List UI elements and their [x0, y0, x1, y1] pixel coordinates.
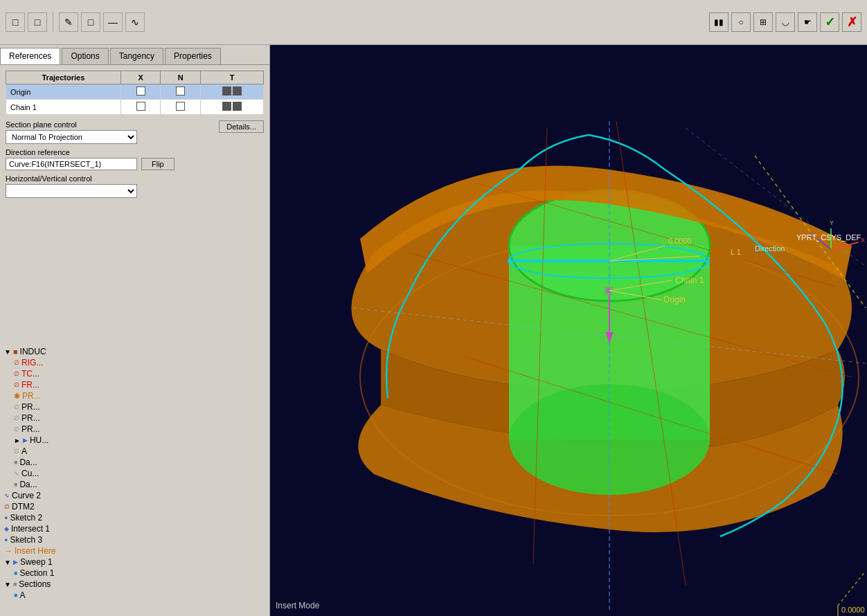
perspective-button[interactable]: ◡ [776, 12, 795, 32]
expand-arrow-hu: ► [14, 437, 21, 444]
tree-item-fr[interactable]: ∅ FR... [14, 379, 265, 390]
tree-item-sketch3[interactable]: ● Sketch 3 [4, 534, 265, 545]
tree-label-curve2: Curve 2 [12, 491, 41, 500]
sketch-tool-icon[interactable]: □ [28, 12, 47, 32]
tree-item-pr1[interactable]: ✱ PR... [14, 390, 265, 401]
tree-item-sections[interactable]: ▼ ■ Sections [4, 579, 265, 590]
main-area: References Options Tangency Properties T… [0, 45, 867, 616]
tree-item-pr3[interactable]: ∅ PR... [14, 413, 265, 424]
trim-tool-icon[interactable]: □ [81, 12, 100, 32]
tree-label-section1: Section 1 [19, 568, 54, 578]
ref-icon-fr: ∅ [14, 381, 19, 388]
tree-label-tc: TC... [21, 369, 39, 379]
tree-item-insert-here[interactable]: → Insert Here [4, 545, 265, 556]
tree-label-insert-here: Insert Here [15, 546, 55, 556]
curve-tool-icon[interactable]: ∿ [125, 12, 145, 32]
tree-item-tc[interactable]: ∅ TC... [14, 368, 265, 379]
ref-icon-pr3: ∅ [14, 415, 19, 422]
trajectories-table: Trajectories X N T Origin Chain 1 [6, 71, 264, 115]
tree-item-da1[interactable]: ■ Da... [14, 457, 265, 468]
line-tool-icon[interactable]: — [103, 12, 123, 32]
tree-item-rig[interactable]: ∅ RIG... [14, 357, 265, 368]
traj-n-chain1[interactable] [161, 100, 201, 115]
tree-label-cu: Cu... [21, 469, 39, 478]
tree-label-sweep1: Sweep 1 [20, 557, 53, 567]
tree-item-intersect1[interactable]: ◆ Intersect 1 [4, 523, 265, 534]
flip-button[interactable]: Flip [141, 158, 175, 170]
glasses-button[interactable]: ☛ [798, 12, 817, 32]
tree-item-hu[interactable]: ► ▶ HU... [14, 435, 265, 446]
tab-tangency[interactable]: Tangency [110, 48, 163, 64]
cancel-button[interactable]: ✗ [842, 12, 861, 32]
tree-item-pr2[interactable]: ∅ PR... [14, 401, 265, 413]
traj-name-origin: Origin [6, 84, 121, 100]
details-button[interactable]: Details... [219, 120, 264, 133]
ref-icon-pr2: ∅ [14, 404, 19, 410]
section1-icon: ■ [14, 570, 17, 577]
traj-t-chain1[interactable] [201, 100, 264, 115]
ref-icon-pr4: ∅ [14, 426, 19, 433]
ref-icon-a: ∅ [14, 448, 19, 455]
tab-references[interactable]: References [0, 48, 60, 64]
hv-control-select[interactable] [6, 184, 137, 198]
top-toolbar: □ □ ✎ □ — ∿ ▮▮ ○ ⊞ ◡ ☛ ✓ ✗ [0, 0, 867, 45]
traj-name-chain1: Chain 1 [6, 100, 121, 115]
traj-n-origin[interactable] [161, 84, 201, 100]
pause-button[interactable]: ▮▮ [709, 12, 729, 32]
tab-options[interactable]: Options [62, 48, 108, 64]
svg-text:YPRT_CSYS_DEF: YPRT_CSYS_DEF [796, 233, 861, 242]
tree-item-sweep1[interactable]: ▼ ▶ Sweep 1 [4, 556, 265, 568]
tree-label-sections: Sections [19, 579, 51, 589]
tree-item-pr4[interactable]: ∅ PR... [14, 424, 265, 435]
tree-label-sketch2: Sketch 2 [10, 513, 42, 523]
svg-text:0.0000: 0.0000 [841, 606, 865, 614]
circle-button[interactable]: ○ [731, 12, 751, 32]
tree-item-a2[interactable]: ■ A [14, 590, 265, 601]
tree-item-induc[interactable]: ▼ ■ INDUC [4, 346, 265, 357]
svg-text:X: X [861, 237, 865, 244]
tree-item-sketch2[interactable]: ● Sketch 2 [4, 512, 265, 523]
expand-arrow: ▼ [4, 348, 11, 356]
sweep1-icon: ▶ [13, 559, 18, 565]
col-n: N [161, 71, 201, 84]
traj-x-chain1[interactable] [120, 100, 161, 115]
a2-icon: ■ [14, 592, 17, 599]
tree-label-sketch3: Sketch 3 [10, 535, 42, 545]
section-plane-row: Normal To Projection Normal To Trajector… [6, 130, 219, 144]
tree-item-dtm2[interactable]: ∅ DTM2 [4, 501, 265, 512]
tree-item-da2[interactable]: ■ Da... [14, 479, 265, 490]
ok-button[interactable]: ✓ [820, 12, 839, 32]
ref-icon-tc: ∅ [14, 370, 19, 377]
grid-button[interactable]: ⊞ [753, 12, 773, 32]
sketch3-icon: ● [4, 536, 8, 543]
tab-bar: References Options Tangency Properties [0, 45, 269, 65]
tree-label-rig: RIG... [21, 358, 43, 368]
traj-x-origin[interactable] [120, 84, 161, 100]
tree-item-a[interactable]: ∅ A [14, 446, 265, 457]
tree-item-curve2[interactable]: ∿ Curve 2 [4, 490, 265, 501]
tree-item-cu[interactable]: ∿ Cu... [14, 468, 265, 479]
viewport[interactable]: 0.0000 Chain 1 Origin Direction YPRT_CSY… [270, 45, 867, 616]
svg-text:Origin: Origin [663, 295, 686, 305]
tree-label-fr: FR... [21, 380, 39, 390]
ref-icon-rig: ∅ [14, 359, 19, 366]
direction-ref-input[interactable] [6, 158, 137, 170]
sweep1-expand-arrow: ▼ [4, 559, 11, 566]
tree-label-a2: A [19, 590, 25, 600]
da2-icon: ■ [14, 481, 17, 488]
tree-item-section1[interactable]: ■ Section 1 [14, 568, 265, 579]
tree-label-pr3: PR... [21, 413, 40, 423]
direction-ref-row: Flip [6, 158, 264, 170]
rect-tool-icon[interactable]: □ [6, 12, 25, 32]
edit-tool-icon[interactable]: ✎ [59, 12, 78, 32]
hv-control-label: Horizontal/Vertical control [6, 174, 264, 183]
action-group: ▮▮ ○ ⊞ ◡ ☛ ✓ ✗ [709, 12, 861, 32]
tab-properties[interactable]: Properties [165, 48, 221, 64]
traj-row-chain1[interactable]: Chain 1 [6, 100, 264, 115]
traj-t-origin[interactable] [201, 84, 264, 100]
traj-row-origin[interactable]: Origin [6, 84, 264, 100]
model-tree: ▼ ■ INDUC ∅ RIG... ∅ TC... ∅ FR... ✱ PR.… [0, 343, 269, 616]
insert-here-arrow-icon: → [4, 546, 12, 556]
section-plane-select[interactable]: Normal To Projection Normal To Trajector… [6, 130, 137, 144]
hu-icon: ▶ [23, 437, 28, 444]
